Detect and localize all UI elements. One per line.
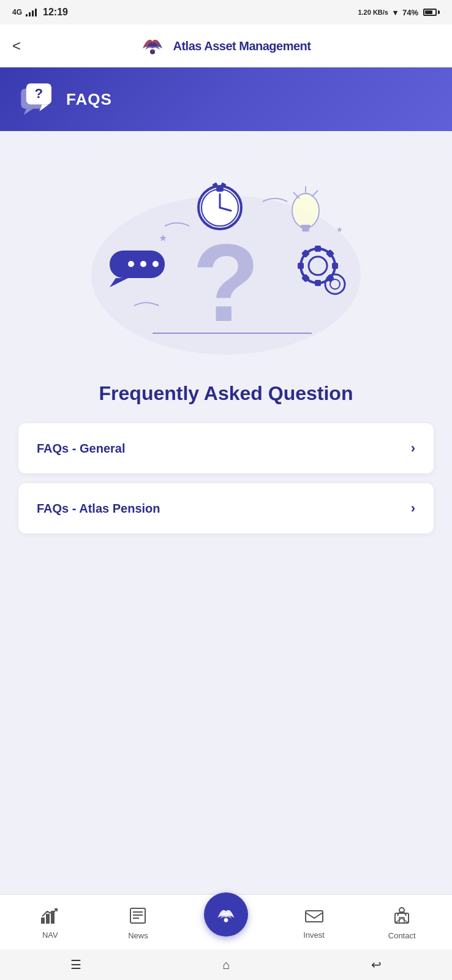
status-right: 1.20 KB/s ▾ 74% xyxy=(358,8,440,17)
contact-icon xyxy=(393,907,411,929)
svg-rect-25 xyxy=(332,263,338,269)
svg-rect-34 xyxy=(302,228,309,232)
main-content: ? xyxy=(0,131,452,894)
faq-chat-icon: ? xyxy=(18,81,55,118)
faq-list: FAQs - General › FAQs - Atlas Pension › xyxy=(12,423,440,533)
svg-rect-41 xyxy=(41,918,45,924)
header: < Atlas Asset Management xyxy=(0,24,452,67)
svg-point-48 xyxy=(224,918,228,922)
nav-item-nav[interactable]: NAV xyxy=(6,908,94,940)
home-button[interactable]: ⌂ xyxy=(222,958,230,972)
svg-rect-23 xyxy=(315,280,321,286)
nav-label-contact: Contact xyxy=(388,931,416,940)
nav-item-invest[interactable]: Invest xyxy=(270,908,358,940)
svg-rect-49 xyxy=(306,911,323,922)
svg-point-32 xyxy=(292,194,319,228)
chevron-right-icon-2: › xyxy=(411,500,415,516)
faq-general-label: FAQs - General xyxy=(37,442,126,456)
svg-point-10 xyxy=(140,261,146,267)
system-nav: ☰ ⌂ ↩ xyxy=(0,949,452,980)
page-title: Frequently Asked Question xyxy=(87,382,366,405)
nav-label-news: News xyxy=(128,931,148,940)
svg-text:★: ★ xyxy=(336,225,343,234)
wifi-icon: ▾ xyxy=(393,8,397,17)
nav-icon xyxy=(41,908,59,928)
nav-center-button[interactable] xyxy=(204,892,248,937)
news-icon xyxy=(129,907,146,929)
svg-rect-22 xyxy=(315,246,321,252)
menu-button[interactable]: ☰ xyxy=(70,957,81,972)
svg-rect-17 xyxy=(216,187,224,192)
logo-container: Atlas Asset Management xyxy=(33,31,415,61)
signal-bars xyxy=(26,8,37,17)
faq-pension-label: FAQs - Atlas Pension xyxy=(37,502,160,516)
logo-icon xyxy=(138,31,167,61)
svg-text:★: ★ xyxy=(159,233,167,243)
invest-icon xyxy=(305,908,323,928)
back-button[interactable]: < xyxy=(12,37,21,55)
svg-point-9 xyxy=(128,261,134,267)
nav-label-nav: NAV xyxy=(42,930,58,940)
bottom-nav: NAV News Invest xyxy=(0,894,452,949)
chevron-right-icon: › xyxy=(411,440,415,456)
network-speed: 1.20 KB/s xyxy=(358,9,388,16)
back-sys-button[interactable]: ↩ xyxy=(371,957,382,972)
nav-label-invest: Invest xyxy=(303,930,325,940)
svg-text:?: ? xyxy=(35,86,43,101)
time: 12:19 xyxy=(43,7,68,18)
faq-illustration: ? xyxy=(79,149,373,364)
svg-line-37 xyxy=(312,190,318,197)
svg-text:?: ? xyxy=(192,221,260,344)
svg-point-11 xyxy=(153,261,159,267)
illustration-container: ? xyxy=(12,149,440,364)
svg-rect-33 xyxy=(301,225,311,228)
status-left: 4G 12:19 xyxy=(12,7,68,18)
faq-banner: ? FAQS xyxy=(0,67,452,131)
svg-marker-2 xyxy=(24,108,33,115)
nav-item-news[interactable]: News xyxy=(94,907,183,940)
svg-rect-42 xyxy=(46,914,50,924)
nav-center xyxy=(182,911,270,937)
signal-label: 4G xyxy=(12,8,22,17)
faq-banner-title: FAQS xyxy=(66,90,112,109)
svg-rect-24 xyxy=(298,263,304,269)
battery-icon xyxy=(423,9,440,16)
nav-item-contact[interactable]: Contact xyxy=(358,907,446,940)
faq-general-item[interactable]: FAQs - General › xyxy=(18,423,434,473)
battery-percent: 74% xyxy=(402,8,418,17)
logo-text: Atlas Asset Management xyxy=(173,39,311,53)
status-bar: 4G 12:19 1.20 KB/s ▾ 74% xyxy=(0,0,452,24)
faq-pension-item[interactable]: FAQs - Atlas Pension › xyxy=(18,483,434,533)
